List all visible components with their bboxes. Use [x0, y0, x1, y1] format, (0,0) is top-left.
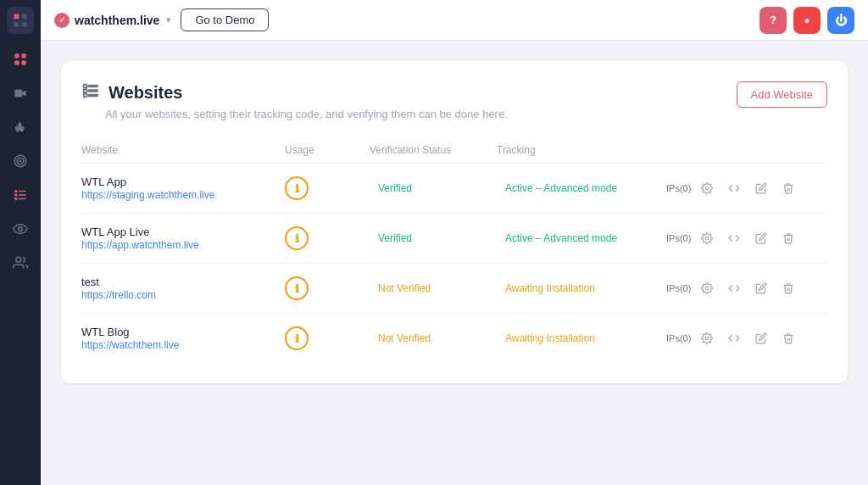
row-actions-3: IPs(0) [666, 327, 827, 349]
col-header-website: Website [81, 137, 285, 164]
card-title-area: Websites [81, 81, 508, 104]
svg-rect-12 [19, 191, 26, 192]
brand-check-icon: ✓ [54, 13, 70, 28]
table-row: test https://trello.com ℹ Not Verified A… [81, 264, 827, 314]
svg-rect-6 [14, 61, 19, 65]
usage-icon-3[interactable]: ℹ [285, 326, 309, 350]
verification-badge-3: Not Verified [370, 330, 439, 347]
websites-list-icon [81, 81, 100, 104]
tracking-badge-1: Active – Advanced mode [497, 230, 626, 247]
go-to-demo-button[interactable]: Go to Demo [181, 8, 269, 31]
code-icon-1[interactable] [723, 227, 745, 249]
cell-actions-1: IPs(0) [666, 214, 827, 264]
card-header: Websites All your websites, setting thei… [81, 81, 827, 120]
row-actions-0: IPs(0) [666, 177, 827, 199]
svg-rect-15 [14, 198, 17, 200]
svg-point-10 [19, 160, 21, 162]
edit-icon-3[interactable] [750, 327, 772, 349]
cell-tracking-2: Awaiting Installation [497, 264, 666, 314]
settings-icon-0[interactable] [696, 177, 718, 199]
content-area: Websites All your websites, setting thei… [41, 41, 868, 485]
settings-icon-1[interactable] [696, 227, 718, 249]
website-name-2: test [81, 276, 285, 288]
svg-point-28 [706, 337, 709, 340]
svg-rect-22 [88, 90, 97, 92]
edit-icon-2[interactable] [750, 277, 772, 299]
cell-website-3: WTL Blog https://watchthem.live [81, 314, 285, 364]
svg-rect-5 [22, 53, 26, 58]
svg-rect-2 [14, 22, 19, 27]
code-icon-3[interactable] [723, 327, 745, 349]
edit-icon-1[interactable] [750, 227, 772, 249]
cell-website-1: WTL App Live https://app.watchthem.live [81, 214, 285, 264]
row-actions-1: IPs(0) [666, 227, 827, 249]
delete-icon-1[interactable] [777, 227, 799, 249]
sidebar-item-fire[interactable] [5, 112, 36, 142]
brand: ✓ watchthem.live ▾ [54, 13, 170, 28]
cell-usage-3: ℹ [285, 314, 370, 364]
code-icon-2[interactable] [723, 277, 745, 299]
website-name-0: WTL App [81, 176, 285, 188]
website-url-1[interactable]: https://app.watchthem.live [81, 239, 199, 251]
svg-rect-16 [19, 198, 26, 200]
svg-rect-1 [22, 14, 27, 20]
usage-icon-2[interactable]: ℹ [285, 276, 309, 300]
websites-card: Websites All your websites, setting thei… [61, 61, 848, 383]
verification-badge-1: Verified [370, 230, 420, 247]
website-url-3[interactable]: https://watchthem.live [81, 339, 179, 351]
ips-badge-0[interactable]: IPs(0) [666, 183, 691, 193]
brand-name: watchthem.live [75, 14, 159, 27]
col-header-verification: Verification Status [370, 137, 497, 164]
cell-verification-2: Not Verified [370, 264, 497, 314]
settings-icon-3[interactable] [696, 327, 718, 349]
svg-rect-4 [14, 53, 19, 58]
website-url-2[interactable]: https://trello.com [81, 289, 156, 301]
ips-badge-3[interactable]: IPs(0) [666, 333, 691, 343]
svg-point-18 [16, 257, 21, 262]
add-website-button[interactable]: Add Website [737, 81, 827, 108]
svg-rect-23 [84, 94, 87, 98]
delete-icon-3[interactable] [777, 327, 799, 349]
settings-icon-2[interactable] [696, 277, 718, 299]
cell-usage-0: ℹ [285, 164, 370, 214]
sidebar-item-list[interactable] [5, 180, 36, 210]
websites-table: Website Usage Verification Status Tracki… [81, 137, 827, 363]
sidebar-item-target[interactable] [5, 146, 36, 176]
svg-rect-3 [22, 22, 27, 27]
sidebar-item-video[interactable] [5, 78, 36, 109]
header: ✓ watchthem.live ▾ Go to Demo ? ● ⏻ [41, 0, 868, 41]
tracking-badge-3: Awaiting Installation [497, 330, 604, 347]
sidebar-item-eye[interactable] [5, 214, 36, 244]
brand-chevron-icon: ▾ [166, 15, 170, 25]
help-button[interactable]: ? [760, 7, 787, 34]
main-area: ✓ watchthem.live ▾ Go to Demo ? ● ⏻ Webs… [41, 0, 868, 485]
svg-rect-11 [14, 190, 17, 192]
sidebar-item-grid[interactable] [5, 44, 36, 75]
verification-badge-0: Verified [370, 180, 420, 197]
cell-usage-1: ℹ [285, 214, 370, 264]
table-row: WTL Blog https://watchthem.live ℹ Not Ve… [81, 314, 827, 364]
power-button[interactable]: ⏻ [827, 7, 854, 34]
edit-icon-0[interactable] [750, 177, 772, 199]
record-button[interactable]: ● [793, 7, 821, 34]
cell-tracking-0: Active – Advanced mode [497, 164, 666, 214]
sidebar-item-users[interactable] [5, 248, 36, 278]
cell-website-2: test https://trello.com [81, 264, 285, 314]
svg-point-26 [706, 237, 709, 240]
delete-icon-0[interactable] [777, 177, 799, 199]
cell-verification-0: Verified [370, 164, 497, 214]
header-actions: ? ● ⏻ [760, 7, 854, 34]
svg-point-27 [706, 287, 709, 290]
usage-icon-1[interactable]: ℹ [285, 226, 309, 250]
code-icon-0[interactable] [723, 177, 745, 199]
delete-icon-2[interactable] [777, 277, 799, 299]
page-title: Websites [108, 83, 182, 103]
website-url-0[interactable]: https://staging.watchthem.live [81, 189, 214, 201]
cell-verification-3: Not Verified [370, 314, 497, 364]
ips-badge-1[interactable]: IPs(0) [666, 233, 691, 243]
ips-badge-2[interactable]: IPs(0) [666, 283, 691, 293]
svg-rect-19 [84, 85, 87, 88]
tracking-badge-0: Active – Advanced mode [497, 180, 626, 197]
cell-verification-1: Verified [370, 214, 497, 264]
usage-icon-0[interactable]: ℹ [285, 176, 309, 200]
